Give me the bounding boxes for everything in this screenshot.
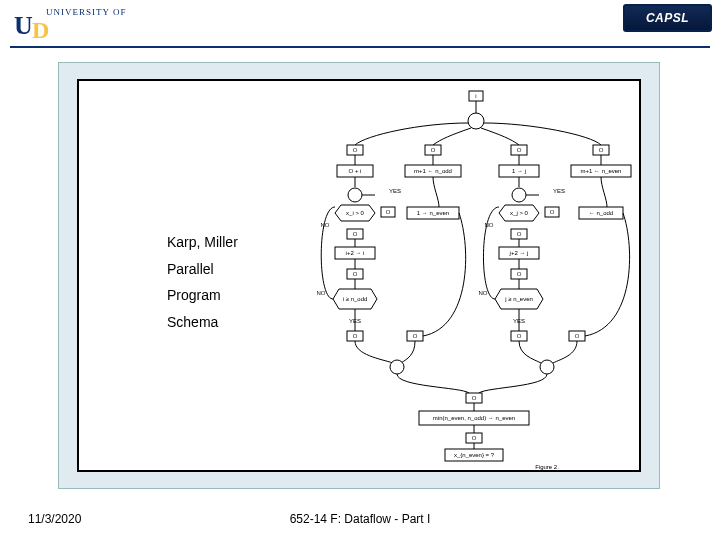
caption-line2: Parallel [167, 256, 238, 283]
svg-text:j+2 → j: j+2 → j [509, 250, 529, 256]
svg-text:x_{n_even} = ?: x_{n_even} = ? [454, 452, 495, 458]
svg-text:O: O [517, 231, 522, 237]
svg-text:O: O [517, 333, 522, 339]
schema-figure: i O O O O O + [311, 87, 639, 473]
svg-point-83 [540, 360, 554, 374]
svg-text:YES: YES [389, 188, 401, 194]
svg-point-37 [512, 188, 526, 202]
svg-text:O: O [517, 271, 522, 277]
svg-text:m+1 ← n_even: m+1 ← n_even [581, 168, 622, 174]
capsl-label: CAPSL [646, 11, 689, 25]
svg-text:O: O [599, 147, 604, 153]
svg-text:min(n_even, n_odd) → n_even: min(n_even, n_odd) → n_even [433, 415, 515, 421]
svg-text:1 → n_even: 1 → n_even [417, 210, 449, 216]
svg-text:O: O [353, 333, 358, 339]
svg-text:m+1 ← n_odd: m+1 ← n_odd [414, 168, 452, 174]
svg-point-27 [348, 188, 362, 202]
svg-text:O: O [575, 333, 580, 339]
svg-text:x_j > 0: x_j > 0 [510, 210, 529, 216]
svg-text:U: U [14, 11, 33, 40]
svg-point-5 [468, 113, 484, 129]
university-text: UNIVERSITY OF [46, 7, 126, 17]
svg-text:O: O [472, 435, 477, 441]
svg-text:O: O [353, 231, 358, 237]
capsl-logo: CAPSL [623, 4, 712, 32]
svg-text:1 → j: 1 → j [512, 168, 526, 174]
svg-text:O + i: O + i [349, 168, 362, 174]
slide: UNIVERSITY OF U D CAPSL Karp, Miller Par… [0, 0, 720, 540]
svg-text:O: O [550, 209, 555, 215]
caption-line1: Karp, Miller [167, 229, 238, 256]
caption-line4: Schema [167, 309, 238, 336]
svg-text:i: i [475, 93, 476, 99]
svg-text:O: O [353, 271, 358, 277]
footer-title: 652-14 F: Dataflow - Part I [0, 512, 720, 526]
svg-text:← n_odd: ← n_odd [589, 210, 613, 216]
svg-point-82 [390, 360, 404, 374]
svg-text:D: D [32, 17, 49, 40]
svg-text:NO: NO [479, 290, 488, 296]
svg-text:j ≥ n_even: j ≥ n_even [504, 296, 533, 302]
svg-text:O: O [431, 147, 436, 153]
svg-text:O: O [517, 147, 522, 153]
content-inner: Karp, Miller Parallel Program Schema i [77, 79, 641, 472]
university-logo: UNIVERSITY OF U D [10, 4, 148, 40]
svg-text:i+2 → i: i+2 → i [346, 250, 365, 256]
figure-caption: Karp, Miller Parallel Program Schema [167, 229, 238, 335]
svg-text:NO: NO [321, 222, 330, 228]
svg-text:YES: YES [553, 188, 565, 194]
caption-line3: Program [167, 282, 238, 309]
svg-text:O: O [353, 147, 358, 153]
svg-text:O: O [472, 395, 477, 401]
svg-text:O: O [386, 209, 391, 215]
header-divider [10, 46, 710, 48]
svg-text:NO: NO [317, 290, 326, 296]
content-panel: Karp, Miller Parallel Program Schema i [58, 62, 660, 489]
svg-text:i ≥ n_odd: i ≥ n_odd [343, 296, 368, 302]
svg-text:x_i > 0: x_i > 0 [346, 210, 365, 216]
svg-text:O: O [413, 333, 418, 339]
svg-text:Figure 2.: Figure 2. [535, 464, 559, 470]
